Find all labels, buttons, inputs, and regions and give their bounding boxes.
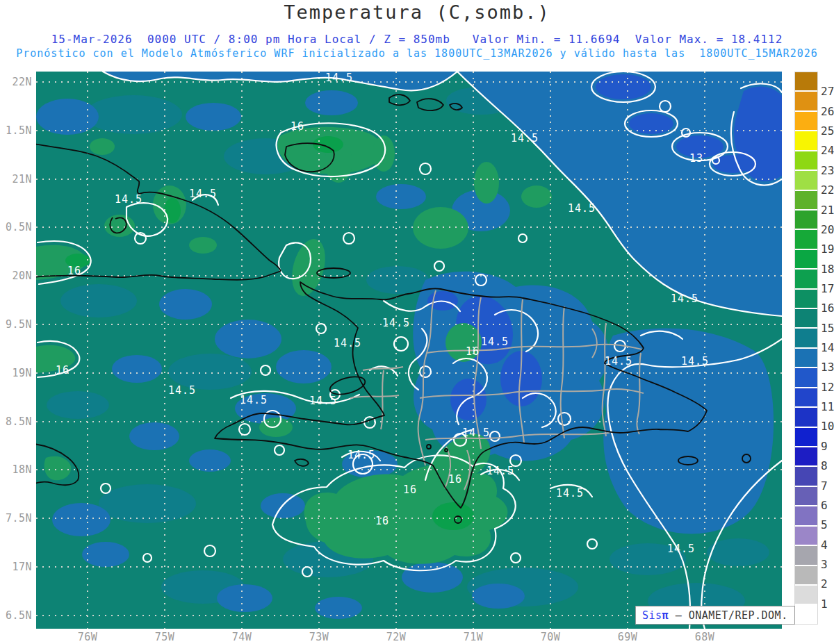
colorbar-tick-label: 10 bbox=[821, 420, 834, 433]
colorbar-tick-label: 9 bbox=[821, 439, 828, 452]
colorbar-tick-label: 5 bbox=[821, 518, 828, 531]
lat-tick-label: 21N bbox=[0, 173, 32, 185]
lon-tick-label: 73W bbox=[298, 631, 340, 643]
colorbar-segment bbox=[795, 605, 817, 623]
colorbar-segment bbox=[795, 447, 817, 467]
colorbar-segment bbox=[795, 487, 817, 506]
lat-tick-label: 7.5N bbox=[0, 512, 32, 525]
colorbar-segment bbox=[795, 388, 817, 408]
weather-map-svg bbox=[36, 72, 782, 629]
colorbar-tick-label: 26 bbox=[821, 104, 834, 117]
lat-tick-label: 9.5N bbox=[0, 318, 32, 331]
colorbar-segment bbox=[795, 309, 817, 329]
lat-tick-label: 6.5N bbox=[0, 609, 32, 622]
colorbar-tick-label: 11 bbox=[821, 400, 834, 413]
lon-tick-label: 76W bbox=[67, 631, 108, 643]
colorbar-tick-label: 15 bbox=[821, 321, 834, 334]
colorbar-tick-label: 17 bbox=[821, 281, 834, 295]
lon-tick-label: 68W bbox=[684, 631, 726, 643]
model-info-line: Pronóstico con el Modelo Atmósferico WRF… bbox=[0, 47, 834, 60]
map-plot-area: 14.514.514.514.514.514.514.514.514.514.5… bbox=[36, 72, 782, 629]
colorbar-segment bbox=[795, 408, 817, 427]
colorbar-tick-label: 3 bbox=[821, 557, 828, 570]
lat-tick-label: 17N bbox=[0, 561, 32, 573]
colorbar-segment bbox=[795, 329, 817, 348]
colorbar-segment bbox=[795, 527, 817, 546]
colorbar-tick-label: 16 bbox=[821, 302, 834, 315]
forecast-time-line: 15-Mar-2026 0000 UTC / 8:00 pm Hora Loca… bbox=[0, 33, 834, 46]
colorbar-segment bbox=[795, 191, 817, 210]
colorbar-segment bbox=[795, 349, 817, 368]
pi-logo-icon: π bbox=[662, 609, 669, 622]
colorbar-segment bbox=[795, 270, 817, 289]
onamet-credit-text: – ONAMET/REP.DOM. bbox=[669, 609, 788, 622]
lon-tick-label: 69W bbox=[607, 631, 648, 643]
colorbar-tick-label: 20 bbox=[821, 222, 834, 236]
lat-tick-label: 0.5N bbox=[0, 221, 32, 233]
colorbar-tick-label: 13 bbox=[821, 361, 834, 374]
lon-tick-label: 75W bbox=[144, 631, 186, 643]
colorbar-tick-label: 24 bbox=[821, 144, 834, 157]
colorbar-tick-label: 22 bbox=[821, 183, 834, 197]
colorbar-tick-label: 19 bbox=[821, 242, 834, 256]
colorbar-tick-label: 14 bbox=[821, 341, 834, 354]
lat-tick-label: 19N bbox=[0, 367, 32, 379]
colorbar-segment bbox=[795, 250, 817, 270]
lon-tick-label: 74W bbox=[221, 631, 263, 643]
colorbar-segment bbox=[795, 368, 817, 388]
lon-tick-label: 70W bbox=[530, 631, 571, 643]
colorbar-segment bbox=[795, 290, 817, 309]
colorbar-segment bbox=[795, 112, 817, 131]
branding-box: Sisπ – ONAMET/REP.DOM. bbox=[635, 606, 795, 625]
colorbar-tick-label: 21 bbox=[821, 203, 834, 216]
lon-tick-label: 72W bbox=[375, 631, 417, 643]
colorbar-segment bbox=[795, 467, 817, 486]
page-title: Temperatura (C,somb.) bbox=[0, 1, 834, 23]
colorbar-tick-label: 18 bbox=[821, 262, 834, 275]
colorbar-segment bbox=[795, 546, 817, 565]
weather-map-page: Temperatura (C,somb.) 15-Mar-2026 0000 U… bbox=[0, 0, 834, 644]
colorbar-tick-label: 2 bbox=[821, 577, 828, 591]
colorbar-segment bbox=[795, 131, 817, 151]
lat-tick-label: 20N bbox=[0, 270, 32, 282]
colorbar-tick-label: 6 bbox=[821, 498, 828, 511]
lat-tick-label: 22N bbox=[0, 76, 32, 88]
colorbar-segment bbox=[795, 230, 817, 249]
colorbar-segment bbox=[795, 586, 817, 605]
colorbar-segment bbox=[795, 92, 817, 111]
colorbar-tick-label: 12 bbox=[821, 380, 834, 393]
colorbar-segment bbox=[795, 151, 817, 171]
colorbar-tick-label: 25 bbox=[821, 124, 834, 138]
colorbar-tick-labels: 2726252423222120191817161514131211109876… bbox=[821, 72, 834, 623]
lat-tick-label: 1.5N bbox=[0, 124, 32, 137]
colorbar-segment bbox=[795, 506, 817, 526]
sispi-logo-text: Sis bbox=[642, 609, 662, 622]
colorbar-segment bbox=[795, 566, 817, 586]
temperature-field bbox=[36, 72, 782, 629]
colorbar-tick-label: 23 bbox=[821, 163, 834, 176]
lat-tick-label: 18N bbox=[0, 463, 32, 476]
lat-tick-label: 8.5N bbox=[0, 415, 32, 428]
colorbar-segment bbox=[795, 72, 817, 92]
lon-tick-label: 71W bbox=[452, 631, 494, 643]
colorbar-segment bbox=[795, 171, 817, 190]
colorbar-segment bbox=[795, 210, 817, 230]
colorbar-segment bbox=[795, 428, 817, 447]
colorbar-tick-label: 4 bbox=[821, 538, 828, 551]
colorbar-tick-label: 7 bbox=[821, 479, 828, 492]
colorbar-tick-label: 8 bbox=[821, 459, 828, 472]
colorbar-tick-label: 27 bbox=[821, 85, 834, 98]
colorbar-legend bbox=[794, 72, 818, 625]
colorbar-tick-label: 1 bbox=[821, 597, 828, 610]
